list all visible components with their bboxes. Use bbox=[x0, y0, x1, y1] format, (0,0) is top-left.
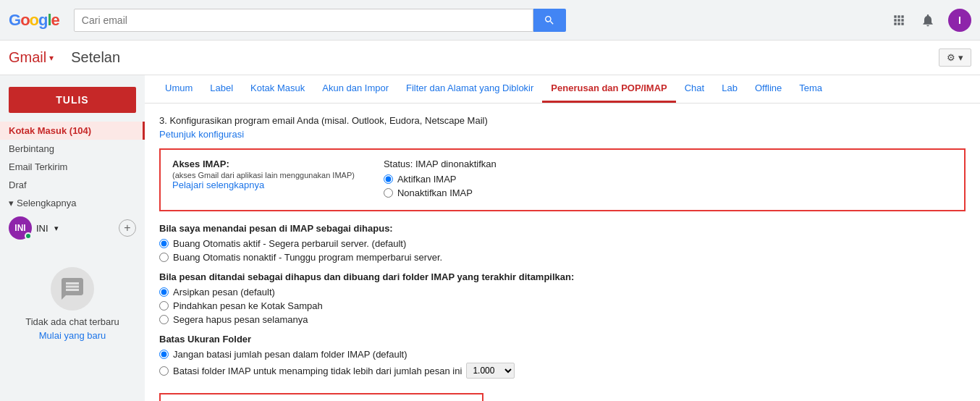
config-instruction: 3. Konfigurasikan program email Anda (mi… bbox=[159, 115, 966, 126]
tab-penerusan[interactable]: Penerusan dan POP/IMAP bbox=[542, 75, 675, 103]
google-logo: Google bbox=[9, 11, 59, 30]
folder-size-section: Batas Ukuran Folder Jangan batasi jumlah… bbox=[159, 334, 966, 379]
config-link-row: Petunjuk konfigurasi bbox=[159, 129, 966, 140]
main-layout: TULIS Kotak Masuk (104) Berbintang Email… bbox=[0, 75, 980, 401]
gear-icon: ⚙ bbox=[947, 52, 955, 63]
tab-tema[interactable]: Tema bbox=[790, 75, 831, 103]
chevron-down-icon: ▾ bbox=[49, 53, 54, 63]
sidebar-item-label: Email Terkirim bbox=[9, 161, 67, 172]
search-container bbox=[74, 9, 566, 32]
sidebar-item-label: Berbintang bbox=[9, 143, 54, 154]
archive-radio[interactable] bbox=[159, 287, 169, 297]
archive-row: Arsipkan pesan (default) bbox=[159, 287, 966, 297]
user-name-label: INI bbox=[36, 223, 48, 234]
tab-offline[interactable]: Offline bbox=[746, 75, 790, 103]
compose-button[interactable]: TULIS bbox=[9, 87, 136, 113]
topbar-right: I bbox=[890, 9, 971, 32]
user-avatar: INI bbox=[9, 216, 32, 240]
limit-radio[interactable] bbox=[159, 366, 169, 376]
imap-learn-link[interactable]: Pelajari selengkapnya bbox=[172, 180, 264, 190]
imap-enable-row: Aktifkan IMAP bbox=[384, 174, 952, 185]
chevron-down-icon: ▾ bbox=[9, 198, 14, 208]
imap-access-sub: (akses Gmail dari aplikasi lain mengguna… bbox=[172, 171, 355, 180]
online-indicator bbox=[25, 232, 32, 240]
imap-access-box: Akses IMAP: (akses Gmail dari aplikasi l… bbox=[159, 148, 966, 211]
no-chat-text: Tidak ada chat terbaru bbox=[25, 316, 119, 327]
move-trash-label[interactable]: Pindahkan pesan ke Kotak Sampah bbox=[173, 300, 323, 311]
delete-perm-radio[interactable] bbox=[159, 315, 169, 324]
chat-area: Tidak ada chat terbaru Mulai yang baru bbox=[0, 261, 145, 347]
limit-label[interactable]: Batasi folder IMAP untuk menamping tidak… bbox=[173, 366, 462, 376]
section3-title: Bila pesan ditandai sebagai dihapus dan … bbox=[159, 271, 966, 282]
sidebar-item-label: Draf bbox=[9, 180, 27, 190]
imap-enable-label[interactable]: Aktifkan IMAP bbox=[397, 174, 457, 185]
sidebar: TULIS Kotak Masuk (104) Berbintang Email… bbox=[0, 75, 145, 401]
content-area: Umum Label Kotak Masuk Akun dan Impor Fi… bbox=[145, 75, 980, 401]
auto-off-label[interactable]: Buang Otomatis nonaktif - Tunggu program… bbox=[173, 252, 442, 263]
config-title: 3. Konfigurasikan program email Anda (mi… bbox=[159, 115, 488, 126]
apps-icon[interactable] bbox=[890, 12, 908, 29]
auto-off-radio[interactable] bbox=[159, 253, 169, 262]
notification-icon[interactable] bbox=[919, 12, 937, 29]
search-input[interactable] bbox=[74, 9, 533, 32]
sidebar-item-inbox[interactable]: Kotak Masuk (104) bbox=[0, 122, 145, 140]
configure-box: Konfigurasikan aplikasi email Anda (misa… bbox=[159, 393, 483, 401]
imap-access-left: Akses IMAP: (akses Gmail dari aplikasi l… bbox=[172, 159, 355, 201]
limit-dropdown[interactable]: 1.000 2.000 5.000 10.000 bbox=[466, 363, 515, 379]
move-trash-radio[interactable] bbox=[159, 301, 169, 311]
settings-gear-button[interactable]: ⚙ ▾ bbox=[939, 48, 971, 67]
tab-chat[interactable]: Chat bbox=[676, 75, 713, 103]
topbar: Google I bbox=[0, 0, 980, 41]
tab-label[interactable]: Label bbox=[201, 75, 242, 103]
auto-off-row: Buang Otomatis nonaktif - Tunggu program… bbox=[159, 252, 966, 263]
no-limit-label[interactable]: Jangan batasi jumlah pesan dalam folder … bbox=[173, 349, 407, 360]
chat-avatar bbox=[51, 267, 94, 311]
gear-dropdown-arrow: ▾ bbox=[958, 52, 963, 63]
delete-perm-row: Segera hapus pesan selamanya bbox=[159, 314, 966, 325]
sidebar-item-sent[interactable]: Email Terkirim bbox=[0, 158, 145, 176]
start-chat-link[interactable]: Mulai yang baru bbox=[39, 330, 106, 341]
sidebar-item-label: Kotak Masuk (104) bbox=[9, 125, 91, 136]
archive-label[interactable]: Arsipkan pesan (default) bbox=[173, 287, 275, 297]
gmail-header: Gmail ▾ Setelan ⚙ ▾ bbox=[0, 41, 980, 75]
auto-on-row: Buang Otomatis aktif - Segera perbaruil … bbox=[159, 238, 966, 249]
tab-umum[interactable]: Umum bbox=[156, 75, 201, 103]
tab-akun-impor[interactable]: Akun dan Impor bbox=[313, 75, 397, 103]
imap-enable-radio[interactable] bbox=[384, 174, 393, 184]
move-trash-row: Pindahkan pesan ke Kotak Sampah bbox=[159, 300, 966, 311]
sidebar-item-draft[interactable]: Draf bbox=[0, 176, 145, 194]
add-chat-button[interactable]: + bbox=[119, 219, 136, 237]
imap-access-right: Status: IMAP dinonaktifkan Aktifkan IMAP… bbox=[384, 159, 952, 201]
auto-expunge-section: Bila saya menandai pesan di IMAP sebagai… bbox=[159, 223, 966, 263]
auto-on-label[interactable]: Buang Otomatis aktif - Segera perbaruil … bbox=[173, 238, 406, 249]
limit-row: Batasi folder IMAP untuk menamping tidak… bbox=[159, 363, 966, 379]
search-button[interactable] bbox=[533, 9, 566, 32]
tab-kotak-masuk[interactable]: Kotak Masuk bbox=[242, 75, 313, 103]
tabs: Umum Label Kotak Masuk Akun dan Impor Fi… bbox=[145, 75, 980, 104]
section4-title: Batas Ukuran Folder bbox=[159, 334, 966, 345]
tab-filter[interactable]: Filter dan Alamat yang Diblokir bbox=[397, 75, 542, 103]
imap-access-label: Akses IMAP: bbox=[172, 159, 229, 169]
imap-disable-radio[interactable] bbox=[384, 188, 393, 198]
sidebar-item-starred[interactable]: Berbintang bbox=[0, 140, 145, 158]
chevron-down-icon: ▾ bbox=[54, 224, 59, 233]
page-title: Setelan bbox=[71, 49, 939, 66]
tab-lab[interactable]: Lab bbox=[713, 75, 746, 103]
delete-perm-label[interactable]: Segera hapus pesan selamanya bbox=[173, 314, 308, 325]
imap-disable-row: Nonaktifkan IMAP bbox=[384, 187, 952, 198]
sidebar-user-row[interactable]: INI INI ▾ + bbox=[0, 212, 145, 244]
auto-on-radio[interactable] bbox=[159, 239, 169, 248]
section2-title: Bila saya menandai pesan di IMAP sebagai… bbox=[159, 223, 966, 234]
delete-action-section: Bila pesan ditandai sebagai dihapus dan … bbox=[159, 271, 966, 325]
gmail-label[interactable]: Gmail ▾ bbox=[9, 49, 54, 66]
sidebar-more-button[interactable]: ▾ Selengkapnya bbox=[0, 194, 145, 212]
settings-body: 3. Konfigurasikan program email Anda (mi… bbox=[145, 104, 980, 401]
avatar[interactable]: I bbox=[948, 9, 971, 32]
more-label: Selengkapnya bbox=[17, 198, 76, 208]
imap-disable-label[interactable]: Nonaktifkan IMAP bbox=[397, 187, 473, 198]
no-limit-radio[interactable] bbox=[159, 350, 169, 359]
no-limit-row: Jangan batasi jumlah pesan dalam folder … bbox=[159, 349, 966, 360]
config-link[interactable]: Petunjuk konfigurasi bbox=[159, 129, 244, 140]
imap-status-label: Status: IMAP dinonaktifkan bbox=[384, 159, 952, 169]
